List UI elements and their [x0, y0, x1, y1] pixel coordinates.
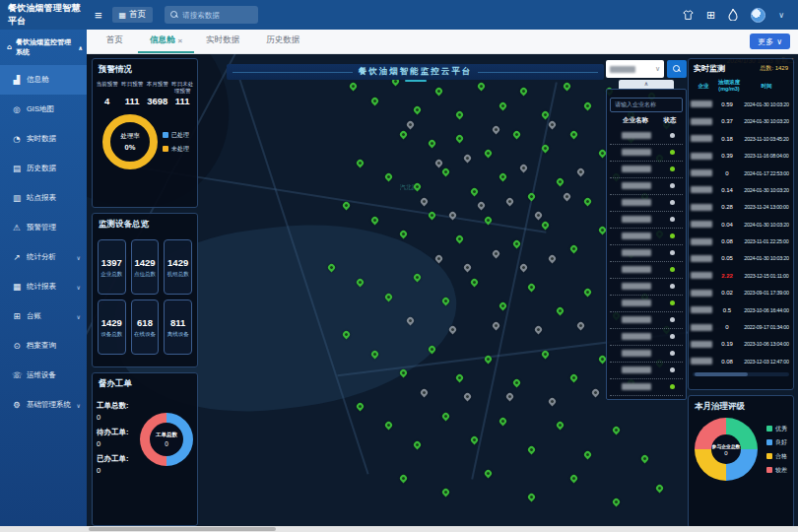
- map-pin[interactable]: [562, 191, 571, 201]
- tab[interactable]: 信息舱 ×: [138, 30, 194, 53]
- map-pin[interactable]: [462, 153, 472, 163]
- map-pin[interactable]: [455, 234, 465, 244]
- table-row[interactable]: 0.08 2023-11-01 22:25:00: [689, 233, 793, 249]
- map-pin[interactable]: [433, 253, 443, 263]
- map-pin[interactable]: [455, 372, 465, 382]
- sidebar-item[interactable]: ▟ 信息舱: [0, 65, 87, 95]
- sidebar-item[interactable]: ⊙ 档案查询: [0, 331, 87, 361]
- sidebar-item[interactable]: ▦ 统计报表 ∨: [0, 272, 87, 301]
- map-pin[interactable]: [519, 86, 529, 96]
- map-pin[interactable]: [654, 483, 664, 493]
- sidebar-item[interactable]: ↗ 统计分析 ∨: [0, 242, 87, 272]
- sidebar-item[interactable]: ☏ 运维设备: [0, 361, 87, 390]
- map-pin[interactable]: [555, 177, 565, 187]
- map-pin[interactable]: [505, 196, 515, 206]
- device-stat-box[interactable]: 1429 设备总数: [98, 299, 126, 355]
- enterprise-row[interactable]: [610, 162, 683, 178]
- map-pin[interactable]: [491, 248, 500, 258]
- table-row[interactable]: 0.18 2023-11-10 03:45:20: [689, 130, 793, 147]
- enterprise-row[interactable]: [610, 212, 683, 229]
- chevron-down-icon[interactable]: ∨: [778, 11, 784, 20]
- sidebar-system-header[interactable]: ⌂ 餐饮油烟监控管理系统 ∧: [0, 30, 87, 65]
- map-pin[interactable]: [427, 211, 436, 221]
- map-pin[interactable]: [484, 215, 494, 225]
- enterprise-row[interactable]: [610, 329, 683, 346]
- map-pin[interactable]: [505, 392, 515, 402]
- map-pin[interactable]: [583, 100, 593, 110]
- map-pin[interactable]: [469, 186, 479, 196]
- map-pin[interactable]: [384, 421, 394, 431]
- avatar[interactable]: [751, 8, 765, 23]
- device-stat-box[interactable]: 618 在线设备: [131, 299, 160, 355]
- enterprise-name-input[interactable]: [610, 98, 683, 112]
- table-row[interactable]: 2.22 2023-12-15 01:11:00: [689, 267, 793, 284]
- map-pin[interactable]: [526, 191, 536, 201]
- table-row[interactable]: 0.59 2024-01-30 10:03:20: [689, 96, 793, 112]
- sidebar-item[interactable]: ◔ 实时数据: [0, 124, 87, 154]
- map-pin[interactable]: [413, 181, 423, 191]
- map-pin[interactable]: [519, 163, 529, 172]
- realtime-hscrollbar[interactable]: [693, 372, 789, 376]
- map-pin[interactable]: [612, 498, 622, 507]
- more-button[interactable]: 更多 ∨: [750, 33, 790, 49]
- enterprise-row[interactable]: [610, 178, 683, 195]
- enterprise-row[interactable]: [610, 195, 683, 212]
- map-pin[interactable]: [548, 397, 558, 407]
- map-pin[interactable]: [477, 201, 487, 211]
- map-pin[interactable]: [455, 134, 465, 144]
- map-pin[interactable]: [583, 196, 593, 206]
- table-row[interactable]: 0.02 2023-09-01 17:39:00: [689, 285, 793, 301]
- map-pin[interactable]: [341, 201, 351, 211]
- map-pin[interactable]: [441, 488, 451, 498]
- map-pin[interactable]: [405, 119, 415, 129]
- map-pin[interactable]: [398, 129, 408, 139]
- map-pin[interactable]: [548, 253, 558, 263]
- enterprise-select[interactable]: ∨: [606, 60, 664, 78]
- map-pin[interactable]: [569, 372, 579, 382]
- global-search-input[interactable]: [182, 11, 251, 20]
- map-pin[interactable]: [349, 82, 359, 92]
- table-row[interactable]: 0.28 2023-11-24 13:00:00: [689, 199, 793, 216]
- map-pin[interactable]: [569, 244, 579, 254]
- sidebar-item[interactable]: ▤ 历史数据: [0, 154, 87, 183]
- hamburger-icon[interactable]: ≡: [95, 8, 102, 23]
- map-pin[interactable]: [441, 411, 451, 421]
- map-pin[interactable]: [612, 426, 622, 435]
- map-pin[interactable]: [526, 444, 536, 454]
- map-pin[interactable]: [526, 282, 536, 292]
- sidebar-item[interactable]: ⚠ 预警管理: [0, 213, 87, 242]
- map-pin[interactable]: [640, 454, 650, 464]
- enterprise-row[interactable]: [610, 379, 683, 396]
- enterprise-row[interactable]: [610, 229, 683, 245]
- map-pin[interactable]: [498, 416, 507, 426]
- map-pin[interactable]: [413, 273, 423, 283]
- map-pin[interactable]: [576, 167, 586, 177]
- map-pin[interactable]: [477, 82, 487, 92]
- table-row[interactable]: 0 2022-09-17 01:34:00: [689, 318, 793, 335]
- table-row[interactable]: 0.04 2024-01-30 10:03:20: [689, 216, 793, 233]
- apps-grid-icon[interactable]: ⊞: [706, 10, 715, 21]
- table-row[interactable]: 0.14 2024-01-30 10:03:20: [689, 181, 793, 198]
- map-pin[interactable]: [484, 354, 494, 364]
- map-pin[interactable]: [341, 330, 351, 340]
- map-pin[interactable]: [519, 263, 529, 273]
- map-pin[interactable]: [441, 167, 451, 177]
- map-pin[interactable]: [398, 368, 408, 378]
- map-pin[interactable]: [541, 144, 551, 154]
- map-pin[interactable]: [469, 277, 479, 287]
- map-pin[interactable]: [526, 493, 536, 502]
- collapse-handle[interactable]: ∧: [619, 80, 674, 89]
- tab-close-icon[interactable]: ×: [178, 36, 183, 45]
- table-row[interactable]: 0.39 2023-11-16 08:04:00: [689, 147, 793, 164]
- map-pin[interactable]: [420, 387, 430, 397]
- map-pin[interactable]: [512, 239, 522, 249]
- map-pin[interactable]: [569, 473, 579, 483]
- map-pin[interactable]: [541, 349, 551, 359]
- map-pin[interactable]: [384, 172, 394, 182]
- device-stat-box[interactable]: 1429 点位总数: [131, 239, 160, 295]
- enterprise-row[interactable]: [610, 296, 683, 312]
- map-pin[interactable]: [469, 435, 479, 445]
- map-pin[interactable]: [398, 473, 408, 483]
- map-pin[interactable]: [420, 196, 430, 206]
- map-pin[interactable]: [413, 105, 423, 115]
